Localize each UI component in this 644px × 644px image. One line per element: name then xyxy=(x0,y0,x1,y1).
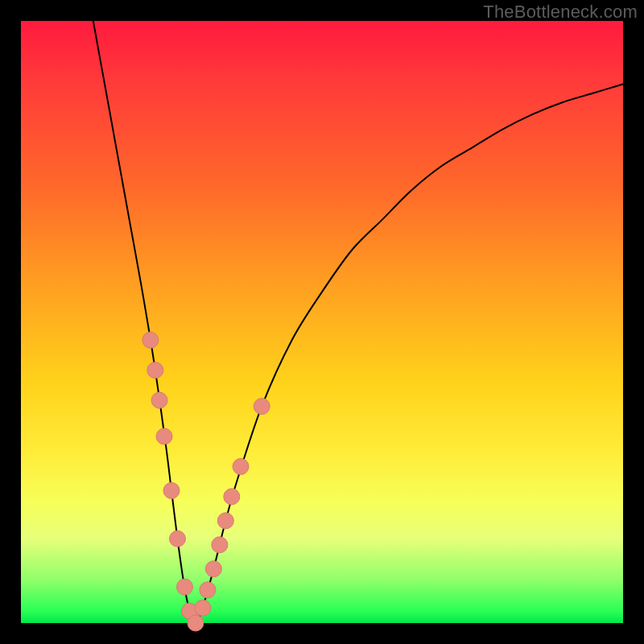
curve-marker xyxy=(205,561,221,577)
curve-marker xyxy=(188,615,204,631)
curve-marker xyxy=(156,428,172,444)
curve-marker xyxy=(169,530,185,547)
curve-marker xyxy=(233,459,249,475)
curve-marker xyxy=(212,537,228,553)
curve-marker xyxy=(163,482,180,498)
curve-marker xyxy=(151,392,167,408)
curve-marker xyxy=(176,579,192,595)
plot-area xyxy=(21,21,623,623)
curve-marker xyxy=(217,513,233,529)
watermark-text: TheBottleneck.com xyxy=(483,2,638,23)
curve-marker xyxy=(224,489,240,505)
chart-frame: TheBottleneck.com xyxy=(0,0,644,644)
chart-svg xyxy=(21,21,623,623)
curve-marker xyxy=(142,332,159,348)
curve-marker xyxy=(254,398,270,415)
curve-markers xyxy=(142,332,270,631)
curve-marker xyxy=(195,600,211,616)
curve-marker xyxy=(147,362,163,378)
curve-marker xyxy=(200,582,216,598)
